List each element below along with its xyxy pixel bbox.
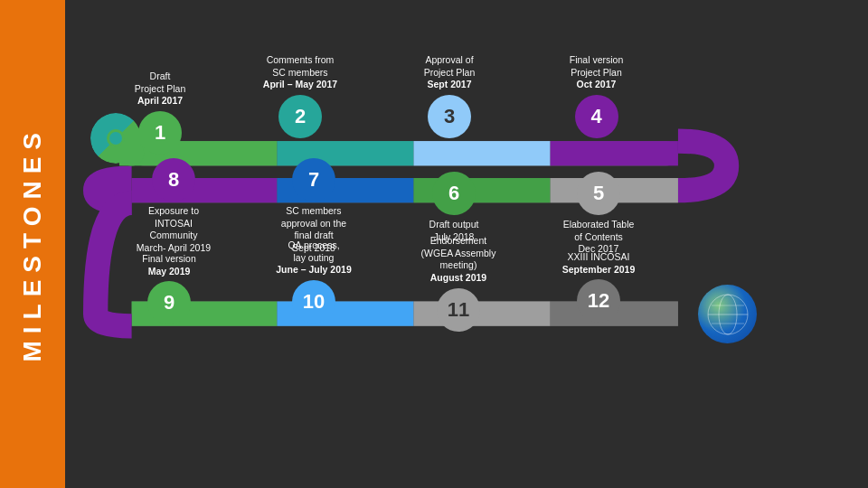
milestone-8-label: Exposure toINTOSAICommunityMarch- April … bbox=[137, 205, 211, 255]
milestone-2-number: 2 bbox=[278, 95, 322, 138]
sidebar-label: MILESTONES bbox=[18, 126, 47, 362]
milestone-6-number: 6 bbox=[432, 172, 476, 215]
yinyang-icon bbox=[90, 113, 141, 164]
milestone-4-number: 4 bbox=[575, 95, 618, 138]
milestone-3: Approval ofProject PlanSept 2017 3 bbox=[391, 54, 508, 138]
milestone-10-number: 10 bbox=[292, 280, 335, 324]
milestone-10: QA process,lay outingJune – July 2019 10 bbox=[250, 239, 377, 324]
milestone-11-label: Endorsement(WGEA Assemblymeeting)August … bbox=[421, 235, 496, 285]
milestone-5-label: Elaborated Tableof ContentsDec 2017 bbox=[563, 219, 635, 256]
milestone-5: 5 Elaborated Tableof ContentsDec 2017 bbox=[535, 172, 662, 256]
svg-rect-4 bbox=[551, 141, 678, 165]
milestone-9-label: Final versionMay 2019 bbox=[142, 253, 196, 277]
svg-rect-3 bbox=[414, 141, 551, 165]
milestone-4: Final versionProject PlanOct 2017 4 bbox=[535, 54, 657, 138]
milestone-11: Endorsement(WGEA Assemblymeeting)August … bbox=[395, 235, 522, 332]
milestone-1-number: 1 bbox=[138, 111, 182, 155]
milestone-12-number: 12 bbox=[577, 279, 620, 323]
milestone-8: 8 Exposure toINTOSAICommunityMarch- Apri… bbox=[110, 158, 237, 255]
milestone-7-number: 7 bbox=[292, 158, 335, 202]
milestone-9-number: 9 bbox=[147, 281, 191, 324]
milestone-6: 6 Draft outputJuly 2018 bbox=[395, 172, 513, 243]
milestone-12: XXIII INCOSAISeptember 2019 12 bbox=[535, 251, 662, 323]
milestone-3-label: Approval ofProject PlanSept 2017 bbox=[424, 54, 476, 91]
milestone-4-label: Final versionProject PlanOct 2017 bbox=[570, 54, 624, 91]
sidebar: MILESTONES bbox=[0, 0, 65, 488]
milestone-3-number: 3 bbox=[428, 95, 471, 138]
globe-icon bbox=[698, 285, 757, 343]
milestone-1-label: DraftProject PlanApril 2017 bbox=[135, 70, 186, 108]
milestone-11-number: 11 bbox=[437, 288, 480, 332]
main-content: DraftProject PlanApril 2017 1 Comments f… bbox=[65, 0, 868, 488]
milestone-5-number: 5 bbox=[577, 172, 620, 215]
milestone-9: Final versionMay 2019 9 bbox=[110, 253, 228, 324]
milestone-2: Comments fromSC membersApril – May 2017 … bbox=[241, 54, 359, 138]
milestone-12-label: XXIII INCOSAISeptember 2019 bbox=[562, 251, 636, 276]
milestone-2-label: Comments fromSC membersApril – May 2017 bbox=[263, 54, 337, 91]
milestone-10-label: QA process,lay outingJune – July 2019 bbox=[276, 239, 351, 277]
milestone-8-number: 8 bbox=[152, 158, 195, 202]
